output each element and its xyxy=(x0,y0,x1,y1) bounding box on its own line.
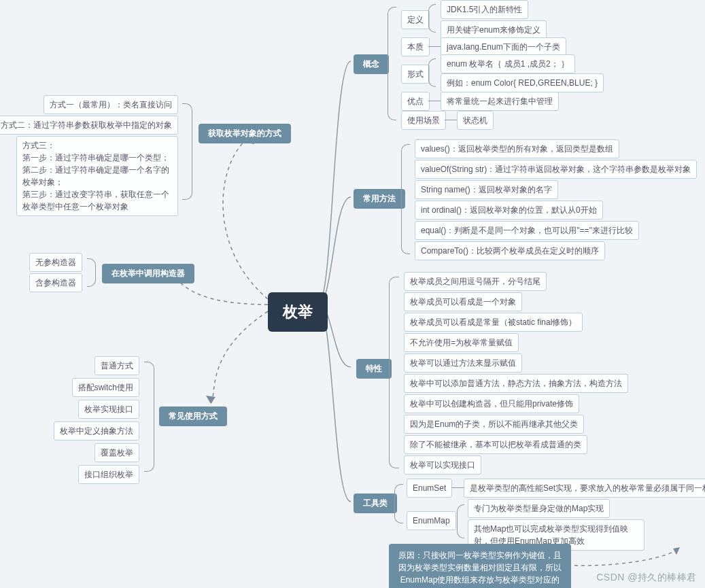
usage-6: 接口组织枚举 xyxy=(78,465,139,484)
feat-5: 枚举可以通过方法来显示赋值 xyxy=(404,353,522,373)
feat-4: 不允许使用=为枚举常量赋值 xyxy=(404,333,519,352)
method-1: values()：返回枚举类型的所有对象，返回类型是数组 xyxy=(415,139,619,158)
usage-5: 覆盖枚举 xyxy=(94,443,139,462)
sub-adv[interactable]: 优点 xyxy=(401,92,430,111)
usage-4: 枚举中定义抽象方法 xyxy=(54,421,139,440)
sub-form[interactable]: 形式 xyxy=(401,65,430,84)
usage-1: 普通方式 xyxy=(94,356,139,375)
ctor-1: 无参构造器 xyxy=(29,253,82,272)
tool-enummap[interactable]: EnumMap xyxy=(407,511,456,530)
feat-1: 枚举成员之间用逗号隔开，分号结尾 xyxy=(404,272,547,291)
usecase-text: 状态机 xyxy=(457,111,494,130)
enummap-item-1: 专门为枚举类型量身定做的Map实现 xyxy=(468,499,610,518)
essence-text: java.lang.Enum下面的一个子类 xyxy=(441,37,566,56)
usage-2: 搭配switch使用 xyxy=(72,378,139,397)
method-3: String name()：返回枚举对象的名字 xyxy=(415,180,558,199)
def-item-1: JDK1.5引入的新特性 xyxy=(441,0,528,19)
def-item-2: 用关键字enum来修饰定义 xyxy=(441,20,547,39)
usage-3: 枚举实现接口 xyxy=(78,400,139,419)
watermark: CSDN @持久的棒棒君 xyxy=(596,572,697,584)
adv-text: 将常量统一起来进行集中管理 xyxy=(441,92,559,111)
tool-enumset[interactable]: EnumSet xyxy=(407,479,452,498)
cat-concept[interactable]: 概念 xyxy=(354,54,389,74)
cat-features[interactable]: 特性 xyxy=(356,359,392,379)
getenum-3: 方式三： 第一步：通过字符串确定是哪一个类型； 第二步：通过字符串确定是哪一个名… xyxy=(16,136,178,216)
method-4: int ordinal()：返回枚举对象的位置，默认从0开始 xyxy=(415,201,603,220)
feat-10: 枚举可以实现接口 xyxy=(404,455,481,474)
cat-usage[interactable]: 常见使用方式 xyxy=(159,407,227,426)
sub-def[interactable]: 定义 xyxy=(401,10,430,29)
feat-7: 枚举中可以创建构造器，但只能用private修饰 xyxy=(404,394,579,413)
feat-3: 枚举成员可以看成是常量（被static final修饰） xyxy=(404,313,583,332)
method-6: CompareTo()：比较两个枚举成员在定义时的顺序 xyxy=(415,241,605,260)
method-2: valueOf(String str)：通过字符串返回枚举对象，这个字符串参数是… xyxy=(415,160,697,179)
method-5: equal()：判断是不是同一个对象，也可以用"=="来进行比较 xyxy=(415,221,639,240)
form-item-2: 例如：enum Color{ RED,GREEN,BLUE; } xyxy=(441,73,604,92)
feat-8: 因为是Enum的子类，所以不能再继承其他父类 xyxy=(404,415,584,434)
feat-9: 除了不能被继承，基本可以把枚举看成普通的类 xyxy=(404,435,587,454)
cat-constructor[interactable]: 在枚举中调用构造器 xyxy=(102,264,194,283)
svg-marker-3 xyxy=(673,547,680,555)
feat-6: 枚举中可以添加普通方法，静态方法，抽象方法，构造方法 xyxy=(404,374,628,393)
cat-tools[interactable]: 工具类 xyxy=(354,494,397,513)
form-item-1: enum 枚举名｛ 成员1 ,成员2； ｝ xyxy=(441,54,575,73)
getenum-2: 方式二：通过字符串参数获取枚举中指定的对象 xyxy=(0,116,178,135)
cat-methods[interactable]: 常用方法 xyxy=(354,189,405,209)
getenum-1: 方式一（最常用）：类名直接访问 xyxy=(44,95,178,114)
ctor-2: 含参构造器 xyxy=(29,273,82,292)
sub-usecase[interactable]: 使用场景 xyxy=(401,111,446,130)
enummap-note: 原因：只接收同一枚举类型实例作为键值，且因为枚举类型实例数量相对固定且有限，所以… xyxy=(389,544,571,588)
svg-marker-2 xyxy=(206,396,216,404)
root-node[interactable]: 枚举 xyxy=(268,292,328,332)
enumset-text: 是枚举类型的高性能Set实现，要求放入的枚举常量必须属于同一枚举类型 xyxy=(464,479,705,498)
sub-essence[interactable]: 本质 xyxy=(401,37,430,56)
feat-2: 枚举成员可以看成是一个对象 xyxy=(404,292,522,311)
cat-getenum[interactable]: 获取枚举对象的方式 xyxy=(199,124,291,143)
